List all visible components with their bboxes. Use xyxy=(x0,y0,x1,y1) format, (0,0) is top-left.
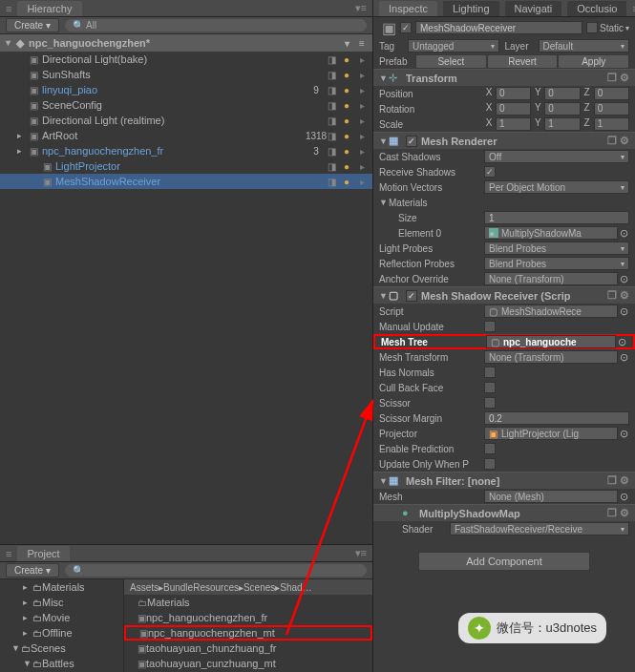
rot-y[interactable]: 0 xyxy=(544,102,580,116)
project-file[interactable]: 🗀 Materials xyxy=(124,595,372,610)
hierarchy-item[interactable]: ▣MeshShadowReceiver◨●▸ xyxy=(0,174,372,189)
reflection-probes-dropdown[interactable]: Blend Probes xyxy=(484,257,629,270)
receive-shadows-checkbox[interactable]: ✓ xyxy=(484,166,496,178)
project-file[interactable]: ▣ taohuayuan_chunzhuang_fr xyxy=(124,640,372,656)
occlusion-tab[interactable]: Occlusio xyxy=(567,1,626,16)
create-button[interactable]: Create ▾ xyxy=(6,18,59,32)
lighting-tab[interactable]: Lighting xyxy=(443,1,499,16)
project-file[interactable]: ▣ taohuayuan_cunzhuang_mt xyxy=(124,656,372,671)
pos-y[interactable]: 0 xyxy=(544,87,580,100)
prefab-apply-button[interactable]: Apply xyxy=(558,54,629,69)
material-header[interactable]: ● MultiplyShadowMap ❐ ⚙ xyxy=(373,504,635,521)
object-name-field[interactable]: MeshShadowReceiver xyxy=(415,21,582,34)
layer-icon[interactable]: ◨ xyxy=(325,175,338,188)
scene-root[interactable]: ▼ ◆ npc_hanguochengzhen* ▾≡ xyxy=(0,34,372,52)
hierarchy-item[interactable]: ▣SceneConfig◨●▸ xyxy=(0,97,372,113)
scissor-margin-field[interactable]: 0.2 xyxy=(484,411,629,425)
lock-icon[interactable]: ▸ xyxy=(355,83,369,96)
anchor-override-field[interactable]: None (Transform) xyxy=(484,272,618,285)
mesh-shadow-receiver-header[interactable]: ▼ ▢ ✓ Mesh Shadow Receiver (Scrip ❐ ⚙ xyxy=(373,286,635,304)
hierarchy-search[interactable]: 🔍 All xyxy=(65,19,367,32)
project-folder[interactable]: ▸🗀 Materials xyxy=(0,579,123,595)
rot-z[interactable]: 0 xyxy=(594,102,629,116)
mesh-field[interactable]: None (Mesh) xyxy=(484,490,618,503)
hierarchy-item[interactable]: ▸▣ArtRoot1318◨●▸ xyxy=(0,128,372,143)
scl-x[interactable]: 1 xyxy=(496,117,531,131)
hierarchy-item[interactable]: ▣Directional Light (realtime)◨●▸ xyxy=(0,113,372,128)
rot-x[interactable]: 0 xyxy=(496,102,531,116)
layer-icon[interactable]: ◨ xyxy=(325,159,338,173)
visibility-icon[interactable]: ● xyxy=(340,52,353,66)
project-folder[interactable]: ▸🗀 Offline xyxy=(0,625,123,640)
projector-field[interactable]: ▣LightProjector (Lig xyxy=(484,427,618,440)
light-probes-dropdown[interactable]: Blend Probes xyxy=(484,242,629,255)
project-tab[interactable]: Project xyxy=(17,546,69,561)
inspector-tab[interactable]: Inspectc xyxy=(379,1,437,16)
hierarchy-item[interactable]: ▣Directional Light(bake)◨●▸ xyxy=(0,52,372,67)
lock-icon[interactable]: ▸ xyxy=(355,175,369,188)
layer-icon[interactable]: ◨ xyxy=(325,52,338,66)
project-folder[interactable]: ▼🗀 Battles xyxy=(0,656,123,671)
mesh-transform-field[interactable]: None (Transform) xyxy=(484,350,618,364)
mesh-tree-field[interactable]: ▢npc_hanguoche xyxy=(486,335,616,348)
layer-icon[interactable]: ◨ xyxy=(325,68,338,81)
enable-prediction-checkbox[interactable] xyxy=(484,443,496,454)
visibility-icon[interactable]: ● xyxy=(340,129,353,142)
mesh-filter-header[interactable]: ▼ ▦ Mesh Filter: [none] ❐ ⚙ xyxy=(373,472,635,489)
lock-icon[interactable]: ▸ xyxy=(355,52,369,66)
scl-z[interactable]: 1 xyxy=(594,117,629,131)
pos-x[interactable]: 0 xyxy=(496,87,531,100)
material-element0[interactable]: ●MultiplyShadowMa xyxy=(484,226,618,240)
gear-icon[interactable]: ❐ ⚙ xyxy=(607,474,629,487)
gear-icon[interactable]: ❐ ⚙ xyxy=(607,135,629,147)
update-only-checkbox[interactable] xyxy=(484,458,496,470)
project-search[interactable]: 🔍 xyxy=(65,564,367,577)
menu-icon[interactable]: ≡ xyxy=(6,548,11,559)
layer-dropdown[interactable]: Default xyxy=(539,39,630,52)
lock-icon[interactable]: ▸ xyxy=(355,114,369,127)
project-file[interactable]: ▣ npc_hanguochengzhen_mt xyxy=(124,625,372,640)
visibility-icon[interactable]: ● xyxy=(340,144,353,158)
breadcrumb[interactable]: Assets ▸ BundleResources ▸ Scenes ▸ Shad… xyxy=(124,579,372,595)
gear-icon[interactable]: ❐ ⚙ xyxy=(607,72,629,84)
pos-z[interactable]: 0 xyxy=(594,87,629,100)
mesh-renderer-header[interactable]: ▼ ▦ ✓ Mesh Renderer ❐ ⚙ xyxy=(373,132,635,149)
visibility-icon[interactable]: ● xyxy=(340,83,353,96)
add-component-button[interactable]: Add Component xyxy=(418,552,590,571)
visibility-icon[interactable]: ● xyxy=(340,68,353,81)
hierarchy-item[interactable]: ▣SunShafts◨●▸ xyxy=(0,67,372,82)
lock-icon[interactable]: ▸ xyxy=(355,129,369,142)
tag-dropdown[interactable]: Untagged xyxy=(408,39,499,52)
visibility-icon[interactable]: ● xyxy=(340,98,353,112)
script-field[interactable]: ▢MeshShadowRece xyxy=(484,304,618,318)
visibility-icon[interactable]: ● xyxy=(340,114,353,127)
gear-icon[interactable]: ❐ ⚙ xyxy=(607,507,629,519)
prefab-revert-button[interactable]: Revert xyxy=(487,54,559,69)
cast-shadows-dropdown[interactable]: Off xyxy=(484,150,629,163)
lock-icon[interactable]: ▸ xyxy=(355,98,369,112)
panel-menu-icon[interactable]: ▾≡ xyxy=(355,2,367,14)
project-folder[interactable]: ▼🗀 Scenes xyxy=(0,640,123,656)
menu-icon[interactable]: ≡ xyxy=(6,3,11,14)
project-file[interactable]: ▣ npc_hanguochengzhen_fr xyxy=(124,610,372,625)
hierarchy-tab[interactable]: Hierarchy xyxy=(17,1,81,16)
active-checkbox[interactable]: ✓ xyxy=(400,22,412,33)
layer-icon[interactable]: ◨ xyxy=(325,144,338,158)
visibility-icon[interactable]: ● xyxy=(340,175,353,188)
lock-icon[interactable]: ▸ xyxy=(355,159,369,173)
has-normals-checkbox[interactable] xyxy=(484,367,496,378)
hierarchy-item[interactable]: ▣linyuqi_piao9◨●▸ xyxy=(0,82,372,97)
layer-icon[interactable]: ◨ xyxy=(325,129,338,142)
materials-size[interactable]: 1 xyxy=(484,211,629,224)
project-create-button[interactable]: Create ▾ xyxy=(6,563,59,578)
scl-y[interactable]: 1 xyxy=(544,117,580,131)
mesh-renderer-enabled[interactable]: ✓ xyxy=(406,136,417,147)
motion-vectors-dropdown[interactable]: Per Object Motion xyxy=(484,180,629,194)
scissor-checkbox[interactable] xyxy=(484,397,496,409)
prefab-select-button[interactable]: Select xyxy=(415,54,487,69)
shader-dropdown[interactable]: FastShadowReceiver/Receive xyxy=(450,522,629,536)
gear-icon[interactable]: ❐ ⚙ xyxy=(607,289,629,302)
lock-icon[interactable]: ▸ xyxy=(355,144,369,158)
project-folder[interactable]: ▸🗀 Misc xyxy=(0,595,123,610)
transform-header[interactable]: ▼ ⊹ Transform ❐ ⚙ xyxy=(373,69,635,86)
